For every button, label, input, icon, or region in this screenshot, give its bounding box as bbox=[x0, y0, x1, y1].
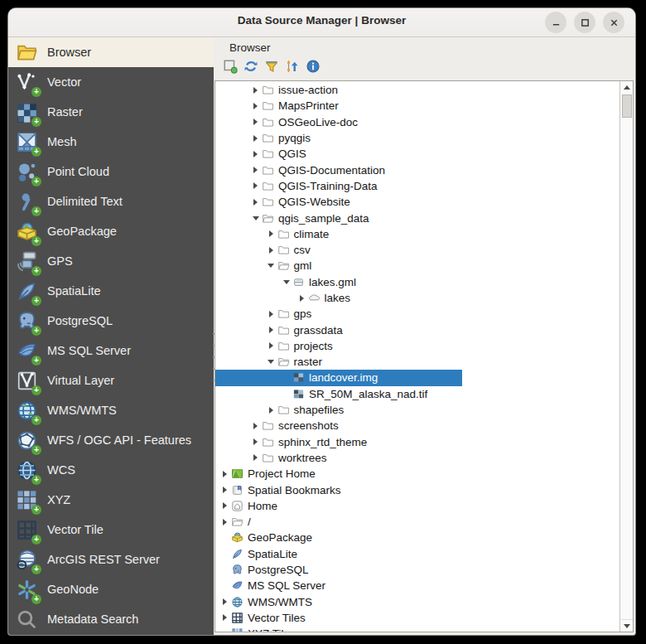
expand-arrow-icon[interactable] bbox=[253, 103, 258, 109]
tree-item-climate[interactable]: climate bbox=[215, 226, 619, 242]
tree-item-root[interactable]: / bbox=[215, 514, 619, 530]
expander-slot[interactable] bbox=[296, 295, 308, 302]
scrollbar-thumb[interactable] bbox=[622, 94, 632, 118]
expand-arrow-icon[interactable] bbox=[253, 119, 258, 125]
expand-arrow-icon[interactable] bbox=[269, 407, 273, 414]
expander-slot[interactable] bbox=[265, 342, 277, 349]
expand-arrow-icon[interactable] bbox=[300, 295, 304, 302]
expand-arrow-icon[interactable] bbox=[253, 199, 258, 206]
tree-item-issue-action[interactable]: issue-action bbox=[215, 82, 619, 98]
tree-item-grassdata[interactable]: grassdata bbox=[215, 322, 619, 337]
titlebar[interactable]: Data Source Manager | Browser bbox=[8, 8, 635, 37]
expander-slot[interactable] bbox=[249, 167, 262, 173]
expander-slot[interactable] bbox=[219, 614, 231, 621]
expand-arrow-icon[interactable] bbox=[253, 423, 258, 429]
tree-item-geopackage[interactable]: GeoPackage bbox=[215, 530, 619, 545]
expander-slot[interactable] bbox=[265, 407, 277, 414]
collapse-arrow-icon[interactable] bbox=[268, 264, 274, 268]
sidebar-item-virtual-layer[interactable]: +Virtual Layer bbox=[8, 366, 214, 395]
expand-arrow-icon[interactable] bbox=[223, 471, 227, 477]
sidebar-item-geopackage[interactable]: +GeoPackage bbox=[8, 216, 214, 246]
tree-item-pyqgis[interactable]: pyqgis bbox=[215, 130, 619, 146]
minimize-button[interactable] bbox=[545, 12, 566, 33]
sidebar-item-gps[interactable]: +GPS bbox=[8, 246, 214, 276]
expander-slot[interactable] bbox=[265, 327, 277, 333]
tree-item-postgresql[interactable]: PostgreSQL bbox=[215, 562, 619, 578]
tree-item-project-home[interactable]: Project Home bbox=[215, 466, 619, 482]
tree-item-screenshots[interactable]: screenshots bbox=[215, 418, 619, 433]
tree-item-lakes[interactable]: lakes bbox=[215, 290, 619, 306]
expand-arrow-icon[interactable] bbox=[269, 247, 273, 254]
expand-arrow-icon[interactable] bbox=[253, 151, 258, 157]
expander-slot[interactable] bbox=[219, 519, 231, 525]
expander-slot[interactable] bbox=[219, 598, 231, 605]
sidebar-item-postgresql[interactable]: +PostgreSQL bbox=[8, 306, 214, 336]
tree-item-qgis-training-data[interactable]: QGIS-Training-Data bbox=[215, 178, 619, 194]
expand-arrow-icon[interactable] bbox=[253, 87, 258, 94]
tree-item-mapsprinter[interactable]: MapsPrinter bbox=[215, 98, 619, 114]
expander-slot[interactable] bbox=[265, 230, 277, 237]
tree-item-osgeolive-doc[interactable]: OSGeoLive-doc bbox=[215, 114, 619, 130]
tree-item-sr-50m-alaska-nad-tif[interactable]: SR_50M_alaska_nad.tif bbox=[215, 386, 619, 402]
tree-item-csv[interactable]: csv bbox=[215, 242, 619, 258]
expander-slot[interactable] bbox=[249, 182, 262, 189]
expand-arrow-icon[interactable] bbox=[269, 342, 273, 349]
tree-item-xyz-tiles[interactable]: XYZ Tiles bbox=[215, 626, 619, 632]
scroll-up-button[interactable] bbox=[621, 81, 633, 93]
sidebar-item-browser[interactable]: Browser bbox=[8, 37, 214, 67]
collapse-all-button[interactable] bbox=[283, 57, 301, 75]
expander-slot[interactable] bbox=[265, 247, 277, 254]
sidebar-item-geonode[interactable]: +GeoNode bbox=[8, 574, 214, 604]
expander-slot[interactable] bbox=[249, 87, 262, 94]
sidebar-item-arcgis-rest-server[interactable]: +ArcGIS REST Server bbox=[8, 545, 214, 574]
tree-item-worktrees[interactable]: worktrees bbox=[215, 450, 619, 466]
expander-slot[interactable] bbox=[219, 487, 231, 493]
sidebar-item-point-cloud[interactable]: +Point Cloud bbox=[8, 157, 214, 186]
expand-arrow-icon[interactable] bbox=[223, 598, 227, 605]
tree-item-vector-tiles[interactable]: Vector Tiles bbox=[215, 610, 619, 626]
expander-slot[interactable] bbox=[219, 502, 231, 509]
expander-slot[interactable] bbox=[249, 438, 262, 445]
sidebar-item-ms-sql-server[interactable]: +MS SQL Server bbox=[8, 336, 214, 366]
properties-widget-button[interactable] bbox=[304, 57, 322, 75]
sidebar-item-wfs-ogc-api-features[interactable]: +WFS / OGC API - Features bbox=[8, 425, 214, 455]
sidebar-item-xyz[interactable]: +XYZ bbox=[8, 485, 214, 515]
expander-slot[interactable] bbox=[249, 454, 262, 461]
expand-arrow-icon[interactable] bbox=[253, 167, 258, 173]
tree-item-qgis-documentation[interactable]: QGIS-Documentation bbox=[215, 162, 619, 177]
expander-slot[interactable] bbox=[249, 423, 262, 429]
vertical-scrollbar[interactable] bbox=[619, 81, 633, 632]
expand-arrow-icon[interactable] bbox=[223, 502, 227, 509]
expand-arrow-icon[interactable] bbox=[253, 182, 258, 189]
tree-item-landcover-img[interactable]: landcover.img bbox=[215, 370, 619, 385]
expander-slot[interactable] bbox=[249, 135, 262, 142]
sidebar-item-vector-tile[interactable]: +Vector Tile bbox=[8, 515, 214, 545]
expander-slot[interactable] bbox=[219, 471, 231, 477]
maximize-button[interactable] bbox=[574, 12, 595, 33]
expander-slot[interactable] bbox=[249, 216, 262, 220]
sidebar-item-spatialite[interactable]: +SpatiaLite bbox=[8, 276, 214, 306]
tree-item-raster[interactable]: raster bbox=[215, 354, 619, 370]
expander-slot[interactable] bbox=[249, 103, 262, 109]
expander-slot[interactable] bbox=[249, 151, 262, 157]
expand-arrow-icon[interactable] bbox=[223, 487, 227, 493]
sidebar-item-wms-wmts[interactable]: +WMS/WMTS bbox=[8, 395, 214, 425]
tree-item-projects[interactable]: projects bbox=[215, 338, 619, 354]
expander-slot[interactable] bbox=[265, 311, 277, 317]
expand-arrow-icon[interactable] bbox=[253, 135, 258, 142]
sidebar-item-vector[interactable]: +Vector bbox=[8, 67, 214, 97]
tree-item-wms-wmts[interactable]: WMS/WMTS bbox=[215, 594, 619, 610]
tree-item-spatial-bookmarks[interactable]: Spatial Bookmarks bbox=[215, 482, 619, 497]
collapse-arrow-icon[interactable] bbox=[283, 280, 290, 284]
tree-item-qgis-sample-data[interactable]: qgis_sample_data bbox=[215, 210, 619, 225]
expand-arrow-icon[interactable] bbox=[253, 438, 258, 445]
refresh-button[interactable] bbox=[242, 57, 260, 75]
expand-arrow-icon[interactable] bbox=[269, 327, 273, 333]
sidebar-item-metadata-search[interactable]: Metadata Search bbox=[8, 604, 214, 634]
sidebar-item-wcs[interactable]: +WCS bbox=[8, 455, 214, 485]
expand-arrow-icon[interactable] bbox=[253, 454, 258, 461]
expander-slot[interactable] bbox=[249, 119, 262, 125]
expand-arrow-icon[interactable] bbox=[269, 311, 273, 317]
expander-slot[interactable] bbox=[280, 280, 292, 284]
expand-arrow-icon[interactable] bbox=[269, 230, 273, 237]
